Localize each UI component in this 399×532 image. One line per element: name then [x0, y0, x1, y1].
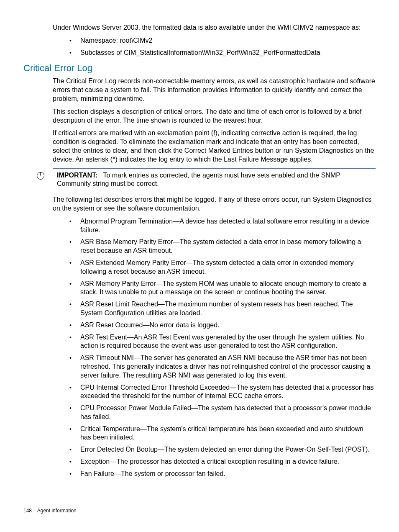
list-item: Abnormal Program Termination—A device ha… — [69, 217, 376, 235]
list-item: CPU Processor Power Module Failed—The sy… — [69, 404, 376, 421]
intro-paragraph: Under Windows Server 2003, the formatted… — [23, 23, 376, 32]
list-item: ASR Base Memory Parity Error—The system … — [69, 238, 376, 255]
list-item: ASR Reset Occurred—No error data is logg… — [69, 321, 376, 330]
important-callout: IMPORTANT: To mark entries as corrected,… — [53, 168, 376, 192]
error-list: Abnormal Program Termination—A device ha… — [23, 217, 376, 478]
callout-rule-bottom — [53, 191, 376, 191]
section-heading: Critical Error Log — [23, 63, 376, 74]
list-item: Fan Failure—The system or processor fan … — [69, 470, 376, 478]
section-paragraph: The Critical Error Log records non-corre… — [23, 77, 376, 103]
section-paragraph: This section displays a description of c… — [23, 108, 376, 125]
list-item: ASR Extended Memory Parity Error—The sys… — [69, 259, 376, 276]
important-icon — [37, 172, 44, 180]
list-item: Subclasses of CIM_StatisticalInformation… — [69, 49, 376, 57]
list-item: CPU Internal Corrected Error Threshold E… — [69, 383, 376, 401]
callout-label: IMPORTANT: — [57, 172, 97, 179]
callout-body: IMPORTANT: To mark entries as corrected,… — [57, 171, 376, 189]
footer-title: Agent information — [37, 508, 77, 514]
section-paragraph: If critical errors are marked with an ex… — [23, 129, 376, 164]
list-item: Error Detected On Bootup—The system dete… — [69, 445, 376, 454]
page-number: 148 — [23, 508, 32, 514]
list-item: ASR Reset Limit Reached—The maximum numb… — [69, 300, 376, 318]
list-item: Critical Temperature—The system's critic… — [69, 425, 376, 442]
after-callout-paragraph: The following list describes errors that… — [23, 195, 376, 213]
page-footer: 148 Agent information — [23, 508, 77, 514]
intro-bullet-list: Namespace: root\CIMv2 Subclasses of CIM_… — [23, 36, 376, 57]
callout-text: To mark entries as corrected, the agents… — [57, 172, 340, 188]
list-item: Exception—The processor has detected a c… — [69, 457, 376, 466]
list-item: ASR Timeout NMI—The server has generated… — [69, 354, 376, 380]
list-item: ASR Test Event—An ASR Test Event was gen… — [69, 333, 376, 351]
list-item: ASR Memory Parity Error—The system ROM w… — [69, 280, 376, 297]
list-item: Namespace: root\CIMv2 — [69, 36, 376, 45]
